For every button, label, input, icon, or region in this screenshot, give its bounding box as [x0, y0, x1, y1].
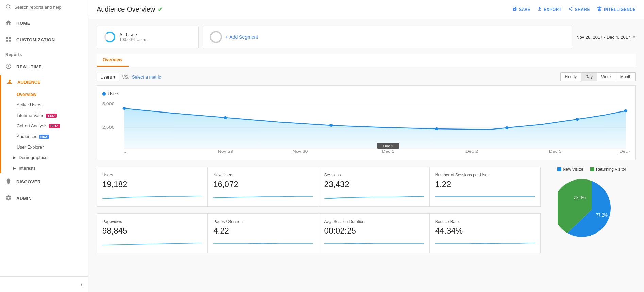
sidebar-item-customization[interactable]: CUSTOMIZATION	[0, 32, 88, 48]
verified-icon: ✔	[158, 6, 163, 13]
share-icon	[568, 6, 573, 12]
segments-row: All Users 100.00% Users + Add Segment No…	[97, 26, 636, 48]
tab-overview-label: Overview	[103, 57, 122, 62]
svg-text:Dec 3: Dec 3	[549, 149, 562, 153]
pie-chart-svg: 77.2% 22.8%	[558, 176, 626, 244]
lifetime-value-label: Lifetime Value	[17, 113, 44, 118]
chart-container: Users 5,000 2,500	[97, 85, 636, 160]
sidebar-customization-label: CUSTOMIZATION	[16, 37, 55, 42]
admin-label: ADMIN	[16, 196, 32, 201]
sidebar-item-audiences[interactable]: Audiences NEW	[1, 131, 88, 142]
audience-submenu: Overview Active Users Lifetime Value BET…	[1, 89, 88, 173]
pie-chart-area: New Visitor Returning Visitor 77.2% 22	[547, 167, 636, 244]
sidebar-item-overview[interactable]: Overview	[1, 89, 88, 100]
svg-point-11	[224, 116, 227, 119]
metric-dropdown-label: Users	[100, 74, 112, 80]
sparkline-sessions	[324, 192, 424, 202]
time-btn-week[interactable]: Week	[597, 72, 616, 81]
select-metric-link[interactable]: Select a metric	[132, 74, 161, 80]
sidebar-collapse-button[interactable]: ‹	[0, 276, 88, 292]
audiences-label: Audiences	[17, 134, 37, 139]
content-area: All Users 100.00% Users + Add Segment No…	[88, 19, 644, 292]
sidebar-item-discover[interactable]: DISCOVER	[0, 173, 88, 190]
sidebar-item-demographics[interactable]: ▶ Demographics	[1, 152, 88, 163]
segment-sub: 100.00% Users	[119, 37, 147, 42]
metrics-section: Users 19,182 New Users 16,072	[97, 167, 541, 253]
discover-icon	[5, 178, 12, 185]
expand-icon-demographics: ▶	[13, 156, 16, 159]
sparkline-bounce-rate	[435, 238, 535, 248]
sidebar-item-audience[interactable]: AUDIENCE	[1, 75, 88, 89]
time-btn-month[interactable]: Month	[616, 72, 636, 81]
returning-visitor-color-swatch	[590, 167, 594, 171]
metric-value-sessions: 23,432	[324, 179, 424, 189]
audience-section: AUDIENCE Overview Active Users Lifetime …	[0, 75, 88, 173]
vs-label: VS.	[122, 74, 129, 80]
metric-card-new-users: New Users 16,072	[208, 167, 318, 206]
svg-point-12	[329, 124, 333, 127]
share-button[interactable]: SHARE	[568, 6, 590, 12]
svg-text:Dec 2: Dec 2	[465, 149, 478, 153]
interests-label: Interests	[19, 166, 36, 171]
add-segment-button[interactable]: + Add Segment	[203, 26, 572, 48]
sidebar-item-interests[interactable]: ▶ Interests	[1, 163, 88, 173]
cohort-label: Cohort Analysis	[17, 123, 47, 128]
user-explorer-label: User Explorer	[17, 144, 44, 150]
save-icon	[512, 6, 517, 12]
sidebar-item-home[interactable]: HOME	[0, 15, 88, 32]
sidebar-item-admin[interactable]: ADMIN	[0, 190, 88, 207]
time-btn-day[interactable]: Day	[581, 72, 597, 81]
svg-point-16	[624, 109, 627, 112]
sparkline-users	[102, 192, 202, 202]
search-bar[interactable]	[0, 0, 88, 15]
intelligence-button[interactable]: INTELLIGENCE	[597, 6, 636, 13]
svg-text:2,500: 2,500	[102, 125, 115, 130]
chart-legend-label: Users	[108, 91, 119, 96]
svg-text:22.8%: 22.8%	[574, 195, 586, 200]
collapse-icon: ‹	[81, 281, 83, 288]
metric-card-bounce-rate: Bounce Rate 44.34%	[430, 214, 540, 253]
tab-overview[interactable]: Overview	[97, 54, 129, 67]
save-button[interactable]: SAVE	[512, 6, 530, 12]
date-range-chevron: ▼	[632, 35, 636, 39]
new-visitor-color-swatch	[557, 167, 561, 171]
save-label: SAVE	[519, 7, 530, 12]
export-button[interactable]: EXPORT	[537, 6, 561, 12]
time-btn-hourly[interactable]: Hourly	[560, 72, 581, 81]
main-content: Audience Overview ✔ SAVE EXPORT SHARE	[88, 0, 644, 292]
legend-dot	[102, 92, 106, 96]
discover-label: DISCOVER	[16, 179, 41, 184]
sidebar-item-realtime[interactable]: REAL-TIME	[0, 58, 88, 75]
sparkline-sessions-per-user	[435, 192, 535, 202]
svg-text:...: ...	[122, 149, 126, 153]
share-label: SHARE	[575, 7, 590, 12]
sidebar-item-cohort-analysis[interactable]: Cohort Analysis BETA	[1, 121, 88, 131]
svg-text:Dec 4: Dec 4	[620, 149, 630, 153]
page-title-area: Audience Overview ✔	[97, 5, 163, 13]
sidebar-item-user-explorer[interactable]: User Explorer	[1, 142, 88, 152]
audience-icon	[6, 79, 13, 86]
svg-text:Dec 1: Dec 1	[383, 144, 393, 148]
new-visitor-legend-label: New Visitor	[563, 167, 583, 172]
tab-row: Overview	[97, 54, 636, 67]
search-input[interactable]	[14, 5, 83, 10]
metrics-grid-bottom: Pageviews 98,845 Pages / Session 4.22	[97, 213, 541, 253]
sidebar-item-lifetime-value[interactable]: Lifetime Value BETA	[1, 110, 88, 121]
search-icon	[5, 4, 11, 11]
sidebar-item-active-users[interactable]: Active Users	[1, 100, 88, 110]
metric-name-new-users: New Users	[213, 173, 313, 177]
date-range-selector[interactable]: Nov 28, 2017 - Dec 4, 2017 ▼	[576, 35, 636, 40]
metric-name-sessions: Sessions	[324, 173, 424, 177]
svg-point-13	[435, 127, 438, 130]
metric-dropdown[interactable]: Users ▾	[97, 73, 119, 81]
export-icon	[537, 6, 542, 12]
segment-info: All Users 100.00% Users	[119, 32, 147, 42]
new-badge-audiences: NEW	[39, 135, 49, 139]
metric-name-sessions-per-user: Number of Sessions per User	[435, 173, 535, 177]
realtime-icon	[5, 63, 12, 70]
metric-name-users: Users	[102, 173, 202, 177]
add-segment-label: + Add Segment	[225, 34, 258, 40]
header-actions: SAVE EXPORT SHARE INTELLIGENCE	[512, 6, 636, 13]
active-users-label: Active Users	[17, 102, 41, 107]
segment-name: All Users	[119, 32, 147, 37]
